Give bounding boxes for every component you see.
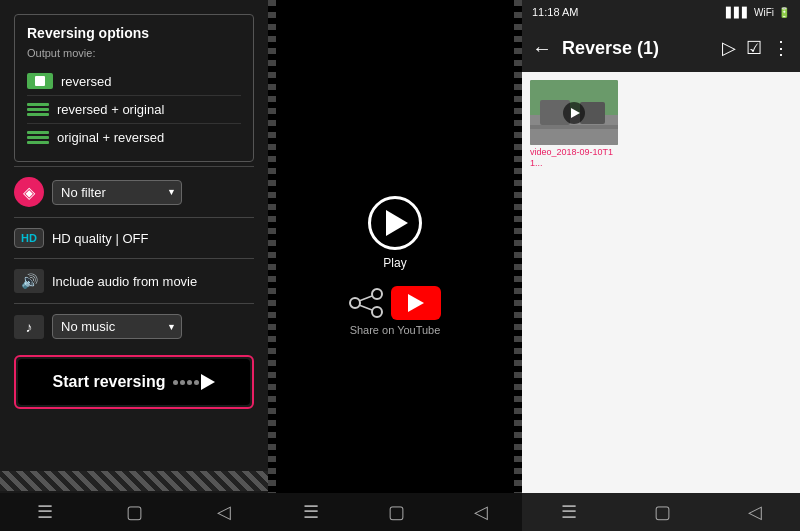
option-reversed-original[interactable]: reversed + original: [27, 95, 241, 123]
music-row: ♪ No music Custom music: [14, 314, 254, 339]
svg-point-0: [350, 298, 360, 308]
divider-2: [14, 217, 254, 218]
play-button[interactable]: [368, 196, 422, 250]
option-original-reversed-label: original + reversed: [57, 130, 164, 145]
divider-1: [14, 166, 254, 167]
divider-4: [14, 303, 254, 304]
reversed-original-icon: [27, 103, 49, 116]
svg-line-4: [359, 305, 372, 310]
nav-back-icon[interactable]: ◁: [217, 501, 231, 523]
nav-menu-icon[interactable]: ☰: [37, 501, 53, 523]
option-original-reversed[interactable]: original + reversed: [27, 123, 241, 151]
svg-point-2: [372, 307, 382, 317]
audio-label: Include audio from movie: [52, 274, 197, 289]
hd-label: HD quality | OFF: [52, 231, 149, 246]
play-label: Play: [383, 256, 406, 270]
filter-row: ◈ No filter Grayscale Sepia Vintage: [14, 177, 254, 207]
thumb-play-btn: [563, 102, 585, 124]
status-time: 11:18 AM: [532, 6, 578, 18]
arrow-icon: [201, 374, 215, 390]
dotted-left: [268, 0, 276, 493]
dots-arrow: [173, 374, 215, 390]
battery-icon: 🔋: [778, 7, 790, 18]
top-action-icons: ▷ ☑ ⋮: [722, 37, 790, 59]
video-grid: video_2018-09-10T11...: [522, 72, 800, 493]
video-thumbnail[interactable]: video_2018-09-10T11...: [530, 80, 620, 160]
video-filename: video_2018-09-10T11...: [530, 147, 620, 169]
option-reversed-original-label: reversed + original: [57, 102, 164, 117]
status-bar: 11:18 AM ▋▋▋ WiFi 🔋: [522, 0, 800, 24]
options-title: Reversing options: [27, 25, 241, 41]
svg-line-3: [359, 296, 372, 301]
audio-icon: 🔊: [14, 269, 44, 293]
start-btn-label: Start reversing: [53, 373, 166, 391]
start-reversing-button[interactable]: Start reversing: [18, 359, 250, 405]
filter-select-wrapper[interactable]: No filter Grayscale Sepia Vintage: [52, 180, 182, 205]
top-bar: ← Reverse (1) ▷ ☑ ⋮: [522, 24, 800, 72]
more-options-icon[interactable]: ⋮: [772, 37, 790, 59]
middle-nav-square-icon[interactable]: ▢: [388, 501, 405, 523]
play-icon: [386, 210, 408, 236]
filter-select[interactable]: No filter Grayscale Sepia Vintage: [52, 180, 182, 205]
hd-row[interactable]: HD HD quality | OFF: [14, 228, 254, 248]
options-box: Reversing options Output movie: reversed…: [14, 14, 254, 162]
wifi-icon: WiFi: [754, 7, 774, 18]
select-action-icon[interactable]: ☑: [746, 37, 762, 59]
option-reversed[interactable]: reversed: [27, 67, 241, 95]
right-panel: 11:18 AM ▋▋▋ WiFi 🔋 ← Reverse (1) ▷ ☑ ⋮: [522, 0, 800, 531]
right-nav-square-icon[interactable]: ▢: [654, 501, 671, 523]
stripe-decoration: [0, 471, 268, 491]
share-row: [349, 286, 441, 320]
thumb-image: [530, 80, 618, 145]
share-section[interactable]: Share on YouTube: [349, 286, 441, 336]
thumb-play-triangle: [571, 108, 580, 118]
filter-icon-symbol: ◈: [23, 183, 35, 202]
left-bottom-nav: ☰ ▢ ◁: [0, 493, 268, 531]
middle-bottom-nav: ☰ ▢ ◁: [268, 493, 522, 531]
right-nav-menu-icon[interactable]: ☰: [561, 501, 577, 523]
yt-play-icon: [408, 294, 424, 312]
audio-row[interactable]: 🔊 Include audio from movie: [14, 269, 254, 293]
nav-square-icon[interactable]: ▢: [126, 501, 143, 523]
middle-nav-back-icon[interactable]: ◁: [474, 501, 488, 523]
dot-3: [187, 380, 192, 385]
option-reversed-label: reversed: [61, 74, 112, 89]
play-section[interactable]: Play: [368, 196, 422, 270]
divider-3: [14, 258, 254, 259]
share-label: Share on YouTube: [350, 324, 441, 336]
youtube-icon: [391, 286, 441, 320]
music-select[interactable]: No music Custom music: [52, 314, 182, 339]
hd-badge: HD: [14, 228, 44, 248]
status-icons: ▋▋▋ WiFi 🔋: [726, 7, 790, 18]
dot-2: [180, 380, 185, 385]
original-reversed-icon: [27, 131, 49, 144]
output-label: Output movie:: [27, 47, 241, 59]
share-circles-icon: [349, 288, 385, 318]
middle-panel: Play Share on YouTube ☰ ▢ ◁: [268, 0, 522, 531]
signal-icon: ▋▋▋: [726, 7, 750, 18]
back-button[interactable]: ←: [532, 37, 552, 60]
reversed-icon: [27, 73, 53, 89]
svg-point-1: [372, 289, 382, 299]
filter-icon: ◈: [14, 177, 44, 207]
middle-nav-menu-icon[interactable]: ☰: [303, 501, 319, 523]
music-select-wrapper[interactable]: No music Custom music: [52, 314, 182, 339]
music-icon: ♪: [14, 315, 44, 339]
left-panel: Reversing options Output movie: reversed…: [0, 0, 268, 531]
dot-4: [194, 380, 199, 385]
right-nav-back-icon[interactable]: ◁: [748, 501, 762, 523]
start-btn-wrapper: Start reversing: [14, 355, 254, 409]
page-title: Reverse (1): [562, 38, 712, 59]
dotted-right: [514, 0, 522, 493]
middle-content: Play Share on YouTube: [349, 196, 441, 336]
play-action-icon[interactable]: ▷: [722, 37, 736, 59]
audio-icon-symbol: 🔊: [21, 273, 38, 289]
right-bottom-nav: ☰ ▢ ◁: [522, 493, 800, 531]
dot-1: [173, 380, 178, 385]
svg-rect-9: [530, 125, 618, 129]
